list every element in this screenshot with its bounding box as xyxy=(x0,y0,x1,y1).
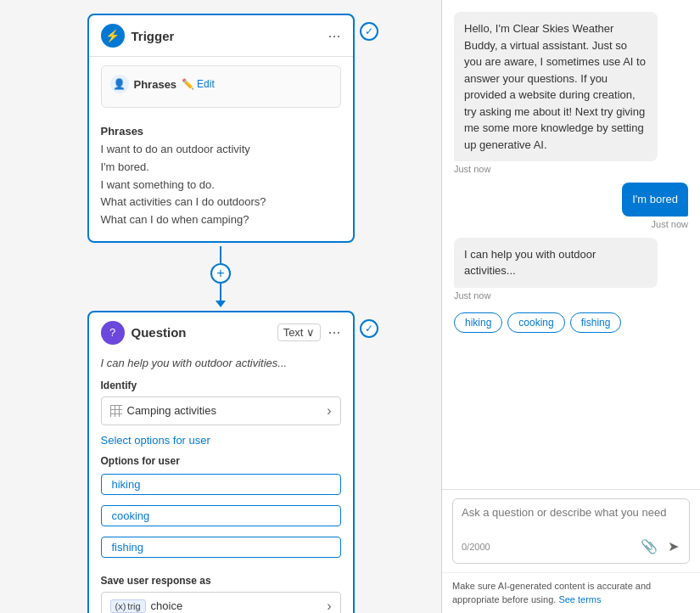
phrases-box-header: 👤 Phrases ✏️ Edit xyxy=(110,75,332,93)
identify-select[interactable]: Camping activities xyxy=(101,396,341,425)
chat-row-user-1: I'm bored Just now xyxy=(454,183,688,229)
char-count: 0/2000 xyxy=(462,542,490,552)
person-icon: 👤 xyxy=(110,75,129,93)
question-check-icon: ✓ xyxy=(360,319,378,338)
chevron-down-icon: ∨ xyxy=(306,326,315,339)
trigger-menu-button[interactable]: ··· xyxy=(328,27,340,45)
identify-chevron-right-icon xyxy=(327,403,331,419)
chat-chip-hiking[interactable]: hiking xyxy=(454,312,502,333)
select-options-link[interactable]: Select options for user xyxy=(101,434,341,447)
trigger-card: ⚡ Trigger ··· 👤 Phrases ✏️ Edit Phrases … xyxy=(87,14,355,243)
send-icon[interactable]: ➤ xyxy=(666,537,680,556)
connector: + xyxy=(210,246,231,307)
phrase-item: I want something to do. xyxy=(101,177,341,194)
trigger-header: ⚡ Trigger ··· xyxy=(89,15,353,57)
chat-bubble-bot-1: Hello, I'm Clear Skies Weather Buddy, a … xyxy=(454,12,658,161)
trigger-check-icon: ✓ xyxy=(360,22,378,41)
edit-link[interactable]: ✏️ Edit xyxy=(182,78,215,90)
question-body: I can help you with outdoor activities..… xyxy=(89,353,353,613)
trigger-title: Trigger xyxy=(132,29,175,43)
identify-label: Identify xyxy=(101,380,341,391)
trigger-icon: ⚡ xyxy=(101,24,125,48)
phrase-item: What can I do when camping? xyxy=(101,211,341,229)
chat-footer: Make sure AI-generated content is accura… xyxy=(442,572,700,613)
trigger-header-left: ⚡ Trigger xyxy=(101,24,175,48)
chat-timestamp-bot-1: Just now xyxy=(454,164,490,174)
chat-input-row: 0/2000 📎 ➤ xyxy=(462,537,680,556)
connector-line-bottom xyxy=(220,284,221,301)
save-response-chevron-icon xyxy=(327,599,331,613)
chat-panel: Hello, I'm Clear Skies Weather Buddy, a … xyxy=(442,0,700,489)
question-menu-button[interactable]: ··· xyxy=(328,323,340,341)
chat-bubble-bot-2: I can help you with outdoor activities..… xyxy=(454,238,658,288)
phrase-item: I want to do an outdoor activity xyxy=(101,141,341,159)
grid-icon xyxy=(110,405,122,417)
connector-line-top xyxy=(220,246,221,263)
question-text: I can help you with outdoor activities..… xyxy=(101,357,341,369)
chat-input[interactable] xyxy=(462,506,680,531)
question-icon: ? xyxy=(101,321,125,345)
see-terms-link[interactable]: See terms xyxy=(558,594,601,605)
chat-row-bot-1: Hello, I'm Clear Skies Weather Buddy, a … xyxy=(454,12,688,174)
left-panel: ⚡ Trigger ··· 👤 Phrases ✏️ Edit Phrases … xyxy=(0,0,441,613)
text-type-badge[interactable]: Text ∨ xyxy=(277,323,322,341)
identify-select-left: Camping activities xyxy=(110,404,217,417)
question-header: ? Question Text ∨ ··· xyxy=(89,312,353,353)
chat-input-area: 0/2000 📎 ➤ xyxy=(442,489,700,572)
chat-input-box: 0/2000 📎 ➤ xyxy=(452,498,690,564)
save-response-left: (x) trig choice xyxy=(110,599,183,613)
phrase-item: What activities can I do outdoors? xyxy=(101,194,341,211)
chat-timestamp-user-1: Just now xyxy=(652,219,688,229)
chat-chip-cooking[interactable]: cooking xyxy=(507,312,564,333)
chat-row-bot-2: I can help you with outdoor activities..… xyxy=(454,238,688,301)
options-list: hiking cooking fishing xyxy=(101,474,341,563)
options-label: Options for user xyxy=(101,455,341,467)
right-panel: Hello, I'm Clear Skies Weather Buddy, a … xyxy=(442,0,700,613)
phrase-item: I'm bored. xyxy=(101,159,341,177)
add-step-button[interactable]: + xyxy=(210,263,231,284)
phrases-box: 👤 Phrases ✏️ Edit xyxy=(101,65,341,108)
option-tag-fishing[interactable]: fishing xyxy=(101,537,341,558)
save-response-label: Save user response as xyxy=(101,575,341,587)
edit-pencil-icon: ✏️ xyxy=(182,78,194,90)
chat-input-icons: 📎 ➤ xyxy=(639,537,680,556)
attachment-icon[interactable]: 📎 xyxy=(639,537,659,556)
connector-arrow xyxy=(216,301,226,307)
question-title: Question xyxy=(132,325,187,340)
option-tag-hiking[interactable]: hiking xyxy=(101,474,341,495)
phrases-box-title: Phrases xyxy=(134,78,177,91)
var-badge: (x) trig xyxy=(110,599,146,613)
phrases-label: Phrases xyxy=(101,125,341,138)
save-response-box[interactable]: (x) trig choice xyxy=(101,592,341,613)
chat-bubble-user-1: I'm bored xyxy=(622,183,688,217)
chat-option-chips: hiking cooking fishing xyxy=(454,312,688,333)
option-tag-cooking[interactable]: cooking xyxy=(101,505,341,526)
chat-timestamp-bot-2: Just now xyxy=(454,290,490,301)
question-card: ? Question Text ∨ ··· I can help you wit… xyxy=(87,311,355,613)
chat-chip-fishing[interactable]: fishing xyxy=(570,312,622,333)
phrases-content: Phrases I want to do an outdoor activity… xyxy=(89,116,353,241)
